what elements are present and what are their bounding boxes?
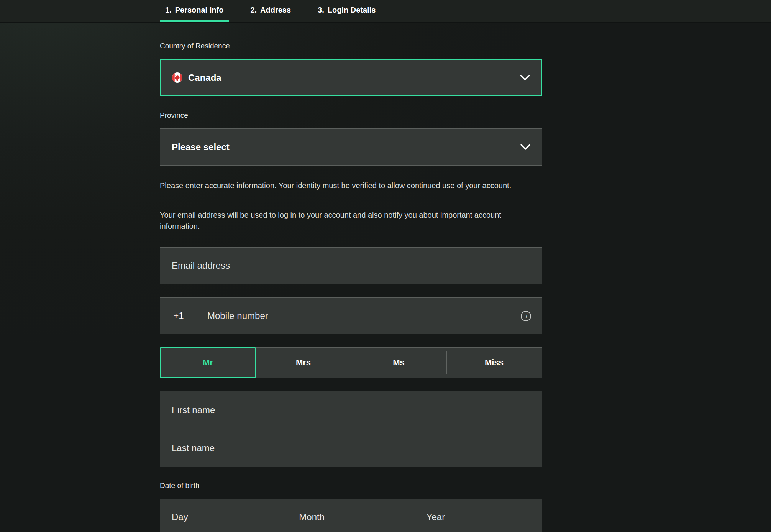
name-fields xyxy=(160,391,542,467)
step-number: 3. xyxy=(318,6,324,15)
step-label: Login Details xyxy=(328,6,376,15)
tab-login-details[interactable]: 3. Login Details xyxy=(312,0,381,22)
info-icon-glyph: i xyxy=(525,313,527,319)
country-value: Canada xyxy=(188,72,221,83)
title-option-label: Mrs xyxy=(296,358,311,368)
first-name-input[interactable] xyxy=(160,391,542,429)
personal-info-form: Country of Residence Canada xyxy=(160,41,542,532)
province-select[interactable]: Please select xyxy=(160,128,542,166)
province-label: Province xyxy=(160,111,542,120)
title-option-label: Miss xyxy=(485,358,504,368)
title-option-ms[interactable]: Ms xyxy=(351,348,446,378)
dob-month-input[interactable] xyxy=(287,499,414,532)
phone-prefix: +1 xyxy=(160,310,197,321)
step-number: 2. xyxy=(250,6,257,15)
dob-fields xyxy=(160,499,542,532)
dob-label: Date of birth xyxy=(160,481,542,490)
chevron-down-icon xyxy=(520,144,530,150)
registration-page: 1. Personal Info 2. Address 3. Login Det… xyxy=(0,0,771,532)
first-name-row xyxy=(160,391,542,429)
dob-year-input[interactable] xyxy=(415,499,542,532)
canada-flag-icon xyxy=(172,72,182,83)
info-icon[interactable]: i xyxy=(521,311,531,321)
title-selector: Mr Mrs Ms Miss xyxy=(160,347,542,378)
mobile-input[interactable] xyxy=(197,298,521,334)
mobile-field-box: +1 i xyxy=(160,297,542,334)
chevron-down-icon xyxy=(520,75,530,81)
country-select[interactable]: Canada xyxy=(160,59,542,96)
step-label: Address xyxy=(260,6,291,15)
dob-day-cell xyxy=(160,499,287,532)
title-option-label: Ms xyxy=(393,358,405,368)
email-field-box xyxy=(160,247,542,284)
step-label: Personal Info xyxy=(175,6,224,15)
email-input[interactable] xyxy=(160,248,542,284)
tab-personal-info[interactable]: 1. Personal Info xyxy=(160,0,229,22)
dob-month-cell xyxy=(287,499,414,532)
email-info-text: Your email address will be used to log i… xyxy=(160,210,540,232)
identity-info-text: Please enter accurate information. Your … xyxy=(160,180,540,191)
dob-day-input[interactable] xyxy=(160,499,287,532)
form-content: Country of Residence Canada xyxy=(0,23,771,532)
steps-bar: 1. Personal Info 2. Address 3. Login Det… xyxy=(0,0,771,23)
title-option-mr[interactable]: Mr xyxy=(160,348,256,378)
last-name-input[interactable] xyxy=(160,429,542,467)
last-name-row xyxy=(160,429,542,467)
tab-address[interactable]: 2. Address xyxy=(245,0,296,22)
title-option-mrs[interactable]: Mrs xyxy=(256,348,351,378)
title-option-label: Mr xyxy=(203,358,213,368)
province-value: Please select xyxy=(172,142,230,153)
dob-year-cell xyxy=(415,499,542,532)
title-option-miss[interactable]: Miss xyxy=(446,348,542,378)
step-number: 1. xyxy=(165,6,172,15)
country-label: Country of Residence xyxy=(160,41,542,51)
